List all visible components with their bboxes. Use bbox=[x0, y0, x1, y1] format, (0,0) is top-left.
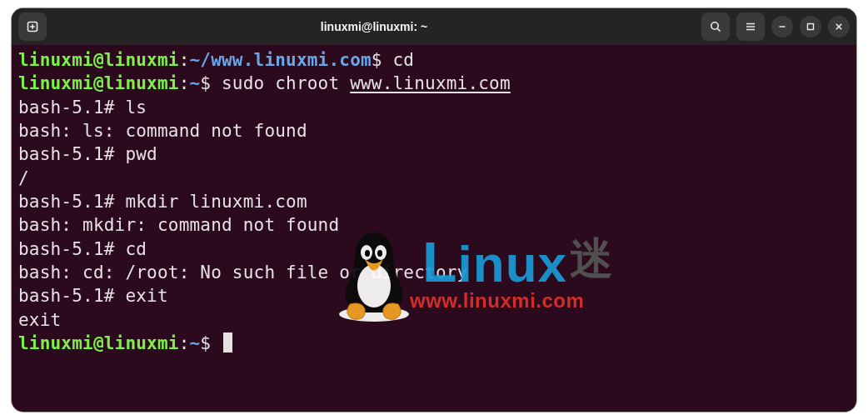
terminal-line: bash-5.1# mkdir linuxmi.com bbox=[18, 190, 850, 213]
terminal-line: bash: ls: command not found bbox=[18, 119, 850, 142]
terminal-line: bash: cd: /root: No such file or directo… bbox=[18, 261, 850, 284]
terminal-line: bash-5.1# exit bbox=[18, 284, 850, 308]
prompt-user: linuxmi bbox=[18, 50, 93, 70]
terminal-line: linuxmi@linuxmi:~$ bbox=[18, 332, 850, 355]
svg-point-3 bbox=[711, 22, 718, 29]
window-title: linuxmi@linuxmi: ~ bbox=[53, 20, 695, 33]
minimize-button[interactable] bbox=[771, 16, 793, 38]
svg-rect-9 bbox=[808, 24, 814, 30]
command-arg-underlined: www.linuxmi.com bbox=[350, 73, 511, 93]
maximize-button[interactable] bbox=[800, 16, 821, 38]
cursor bbox=[223, 332, 232, 352]
new-tab-button[interactable] bbox=[18, 12, 47, 41]
prompt-path: ~/www.linuxmi.com bbox=[190, 50, 372, 70]
svg-line-4 bbox=[717, 28, 720, 31]
terminal-line: / bbox=[18, 167, 850, 190]
command-text: cd bbox=[393, 50, 415, 70]
terminal-line: bash: mkdir: command not found bbox=[18, 213, 850, 237]
prompt-host: linuxmi bbox=[104, 50, 179, 70]
terminal-line: bash-5.1# pwd bbox=[18, 142, 850, 166]
hamburger-menu-button[interactable] bbox=[736, 12, 765, 41]
close-button[interactable] bbox=[828, 16, 850, 38]
terminal-body[interactable]: linuxmi@linuxmi:~/www.linuxmi.com$ cd li… bbox=[12, 45, 856, 412]
terminal-window: linuxmi@linuxmi: ~ bbox=[12, 8, 856, 412]
terminal-line: exit bbox=[18, 308, 850, 332]
search-button[interactable] bbox=[701, 12, 730, 41]
terminal-line: bash-5.1# cd bbox=[18, 238, 850, 261]
titlebar: linuxmi@linuxmi: ~ bbox=[12, 8, 856, 45]
terminal-line: linuxmi@linuxmi:~/www.linuxmi.com$ cd bbox=[18, 48, 850, 72]
terminal-line: linuxmi@linuxmi:~$ sudo chroot www.linux… bbox=[18, 72, 850, 95]
terminal-line: bash-5.1# ls bbox=[18, 96, 850, 119]
